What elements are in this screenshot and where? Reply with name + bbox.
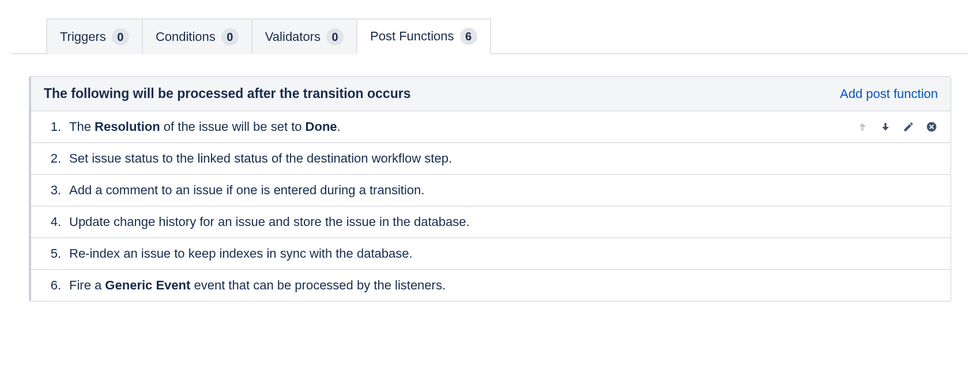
post-function-row: 5.Re-index an issue to keep indexes in s… bbox=[31, 238, 951, 270]
tab-label: Conditions bbox=[156, 29, 216, 44]
delete-icon[interactable] bbox=[925, 121, 938, 133]
text: Re-index an issue to keep indexes in syn… bbox=[69, 246, 413, 261]
tab-count-badge: 0 bbox=[326, 28, 344, 46]
row-number: 4. bbox=[40, 214, 69, 229]
tab-triggers[interactable]: Triggers0 bbox=[46, 18, 143, 54]
panel-title: The following will be processed after th… bbox=[44, 86, 410, 101]
row-number: 1. bbox=[40, 119, 69, 134]
row-description: Add a comment to an issue if one is ente… bbox=[69, 183, 938, 198]
panel-header: The following will be processed after th… bbox=[31, 77, 951, 111]
bold-text: Done bbox=[306, 119, 337, 134]
post-function-row: 1.The Resolution of the issue will be se… bbox=[31, 111, 951, 143]
tab-count-badge: 0 bbox=[221, 28, 239, 46]
row-actions bbox=[856, 121, 938, 133]
tab-post-functions[interactable]: Post Functions6 bbox=[356, 18, 491, 54]
row-number: 5. bbox=[40, 246, 69, 261]
text: The bbox=[69, 119, 95, 134]
move-up-icon bbox=[856, 121, 869, 133]
tab-label: Triggers bbox=[60, 29, 106, 44]
row-description: Update change history for an issue and s… bbox=[69, 214, 938, 229]
row-number: 6. bbox=[40, 278, 69, 293]
text: event that can be processed by the liste… bbox=[190, 278, 446, 292]
tab-conditions[interactable]: Conditions0 bbox=[142, 18, 252, 54]
tab-count-badge: 0 bbox=[112, 28, 129, 46]
tab-label: Validators bbox=[265, 29, 321, 44]
row-description: Set issue status to the linked status of… bbox=[69, 151, 938, 166]
row-description: Re-index an issue to keep indexes in syn… bbox=[69, 246, 938, 261]
tab-validators[interactable]: Validators0 bbox=[251, 18, 357, 54]
post-function-row: 6.Fire a Generic Event event that can be… bbox=[31, 270, 951, 301]
post-function-row: 3.Add a comment to an issue if one is en… bbox=[31, 175, 951, 206]
post-function-row: 4.Update change history for an issue and… bbox=[31, 206, 951, 238]
text: Update change history for an issue and s… bbox=[69, 214, 470, 229]
row-number: 3. bbox=[40, 183, 69, 198]
bold-text: Generic Event bbox=[105, 278, 190, 292]
row-description: The Resolution of the issue will be set … bbox=[69, 119, 856, 134]
add-post-function-link[interactable]: Add post function bbox=[840, 86, 938, 101]
move-down-icon[interactable] bbox=[879, 121, 892, 133]
text: Add a comment to an issue if one is ente… bbox=[69, 183, 424, 197]
text: Set issue status to the linked status of… bbox=[69, 151, 452, 165]
text: Fire a bbox=[69, 278, 105, 292]
tabs-bar: Triggers0Conditions0Validators0Post Func… bbox=[12, 17, 968, 54]
post-function-row: 2.Set issue status to the linked status … bbox=[31, 143, 951, 175]
tab-label: Post Functions bbox=[370, 29, 454, 44]
post-functions-panel: The following will be processed after th… bbox=[29, 76, 951, 302]
tab-count-badge: 6 bbox=[460, 28, 477, 45]
edit-icon[interactable] bbox=[902, 121, 915, 133]
text: . bbox=[337, 119, 341, 134]
post-functions-list: 1.The Resolution of the issue will be se… bbox=[31, 111, 951, 301]
row-number: 2. bbox=[40, 151, 69, 166]
row-description: Fire a Generic Event event that can be p… bbox=[69, 278, 938, 293]
text: of the issue will be set to bbox=[160, 119, 306, 134]
bold-text: Resolution bbox=[95, 119, 160, 134]
